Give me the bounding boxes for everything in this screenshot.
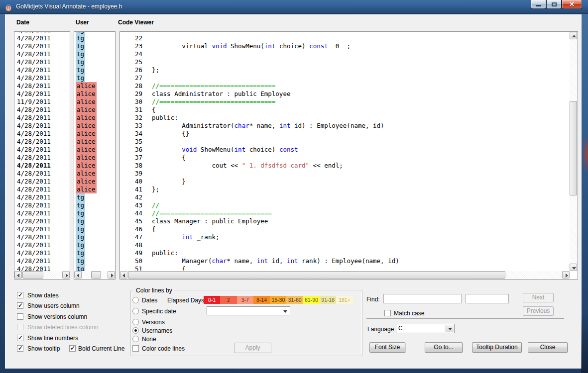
user-cell[interactable]: alice <box>76 146 97 154</box>
show-line-numbers-checkbox[interactable] <box>17 335 23 341</box>
date-cell[interactable]: 4/28/2011 <box>14 265 70 271</box>
date-cell[interactable]: 4/28/2011 <box>14 233 70 241</box>
date-cell[interactable]: 4/28/2011 <box>14 225 70 233</box>
chevron-down-icon[interactable] <box>281 307 289 314</box>
date-cell[interactable]: 4/28/2011 <box>14 193 70 201</box>
scroll-left-button[interactable] <box>74 271 82 279</box>
match-case-checkbox[interactable] <box>384 310 391 316</box>
date-cell[interactable]: 4/28/2011 <box>14 138 70 146</box>
show-dates-checkbox[interactable] <box>17 292 23 298</box>
user-cell[interactable]: tg <box>76 217 85 225</box>
date-cell[interactable]: 11/9/2011 <box>14 98 70 106</box>
show-versions-column-checkbox[interactable] <box>17 313 23 320</box>
user-cell[interactable]: alice <box>76 170 97 178</box>
user-cell[interactable]: tg <box>76 34 85 42</box>
usernames-radio[interactable] <box>132 327 139 334</box>
date-cell[interactable]: 4/28/2011 <box>14 217 70 225</box>
user-cell[interactable]: alice <box>76 154 97 162</box>
user-cell[interactable]: tg <box>76 257 85 265</box>
scroll-up-button[interactable] <box>570 32 577 39</box>
user-cell[interactable]: tg <box>76 42 85 50</box>
user-cell[interactable]: alice <box>76 106 97 114</box>
date-cell[interactable]: 4/28/2011 <box>14 249 70 257</box>
date-list-hscrollbar[interactable] <box>14 271 70 279</box>
user-cell[interactable]: tg <box>76 209 85 217</box>
language-combobox[interactable]: C <box>396 324 455 333</box>
date-cell[interactable]: 4/28/2011 <box>14 178 70 186</box>
close-button[interactable]: ✕ <box>562 0 582 9</box>
user-cell[interactable]: alice <box>76 186 97 193</box>
scroll-left-button[interactable] <box>120 271 127 279</box>
user-cell[interactable]: tg <box>76 50 85 58</box>
scroll-left-button[interactable] <box>14 271 22 279</box>
user-cell[interactable]: alice <box>76 178 97 186</box>
date-cell[interactable]: 4/28/2011 <box>14 154 70 162</box>
date-cell[interactable]: 4/28/2011 <box>14 114 70 122</box>
date-cell[interactable]: 4/28/2011 <box>14 66 70 74</box>
user-cell[interactable]: tg <box>76 66 85 74</box>
user-cell[interactable]: alice <box>76 130 97 138</box>
scroll-thumb[interactable] <box>22 271 43 279</box>
show-tooltip-checkbox[interactable] <box>17 345 23 352</box>
user-cell[interactable]: tg <box>76 265 85 271</box>
user-cell[interactable]: tg <box>76 74 85 82</box>
apply-button[interactable]: Apply <box>234 343 271 353</box>
user-cell[interactable]: tg <box>76 201 85 209</box>
maximize-button[interactable] <box>546 0 562 9</box>
scroll-right-button[interactable] <box>62 271 70 279</box>
user-cell[interactable]: tg <box>76 249 85 257</box>
scroll-right-button[interactable] <box>562 271 570 279</box>
user-list[interactable]: tgtgtgtgtgtgtgalicealicealicealicealicea… <box>74 31 116 280</box>
date-cell[interactable]: 4/28/2011 <box>14 74 70 82</box>
previous-button[interactable]: Previous <box>523 306 554 316</box>
date-cell[interactable]: 4/28/2011 <box>14 209 70 217</box>
find-secondary-input[interactable] <box>466 294 509 303</box>
user-cell[interactable]: tg <box>76 225 85 233</box>
date-cell[interactable]: 4/28/2011 <box>14 58 70 66</box>
date-cell[interactable]: 4/28/2011 <box>14 241 70 249</box>
bold-current-line-checkbox[interactable] <box>69 345 76 352</box>
user-cell[interactable]: alice <box>76 162 97 170</box>
scroll-down-button[interactable] <box>570 264 577 271</box>
user-cell[interactable]: alice <box>76 122 97 130</box>
user-cell[interactable]: tg <box>76 193 85 201</box>
user-list-hscrollbar[interactable] <box>74 271 115 279</box>
scroll-right-button[interactable] <box>108 271 115 279</box>
user-cell[interactable]: alice <box>76 114 97 122</box>
next-button[interactable]: Next <box>523 293 554 302</box>
date-cell[interactable]: 4/28/2011 <box>14 34 70 42</box>
user-cell[interactable]: alice <box>76 82 97 90</box>
scroll-thumb[interactable] <box>570 101 577 195</box>
user-cell[interactable]: alice <box>76 138 97 146</box>
date-cell[interactable]: 4/28/2011 <box>14 186 70 193</box>
date-cell[interactable]: 4/28/2011 <box>14 90 70 98</box>
chevron-down-icon[interactable] <box>446 325 454 332</box>
date-cell[interactable]: 4/28/2011 <box>14 162 70 170</box>
date-cell[interactable]: 4/28/2011 <box>14 130 70 138</box>
font-size-button[interactable]: Font Size <box>369 342 405 353</box>
date-cell[interactable]: 4/28/2011 <box>14 42 70 50</box>
date-cell[interactable]: 4/28/2011 <box>14 257 70 265</box>
date-cell[interactable]: 4/28/2011 <box>14 201 70 209</box>
none-radio[interactable] <box>132 336 139 342</box>
date-cell[interactable]: 4/28/2011 <box>14 122 70 130</box>
date-list[interactable]: 4/28/20114/28/20114/28/20114/28/20114/28… <box>14 31 70 280</box>
find-input[interactable] <box>383 294 462 303</box>
code-viewer[interactable]: 2223 virtual void ShowMenu(int choice) c… <box>119 31 578 280</box>
versions-radio[interactable] <box>132 319 139 325</box>
tooltip-duration-button[interactable]: Tooltip Duration <box>472 342 522 353</box>
close-dialog-button[interactable]: Close <box>528 342 568 353</box>
color-code-lines-checkbox[interactable] <box>132 345 139 352</box>
user-cell[interactable]: tg <box>76 241 85 249</box>
goto-button[interactable]: Go to... <box>425 342 463 353</box>
date-cell[interactable]: 4/28/2011 <box>14 146 70 154</box>
specific-date-combobox[interactable] <box>207 306 290 315</box>
date-cell[interactable]: 4/28/2011 <box>14 170 70 178</box>
scroll-thumb[interactable] <box>91 271 101 279</box>
minimize-button[interactable] <box>531 0 546 9</box>
date-cell[interactable]: 4/28/2011 <box>14 50 70 58</box>
code-vscrollbar[interactable] <box>570 32 578 271</box>
scroll-thumb[interactable] <box>128 271 505 279</box>
show-users-column-checkbox[interactable] <box>17 302 23 309</box>
user-cell[interactable]: alice <box>76 90 97 98</box>
